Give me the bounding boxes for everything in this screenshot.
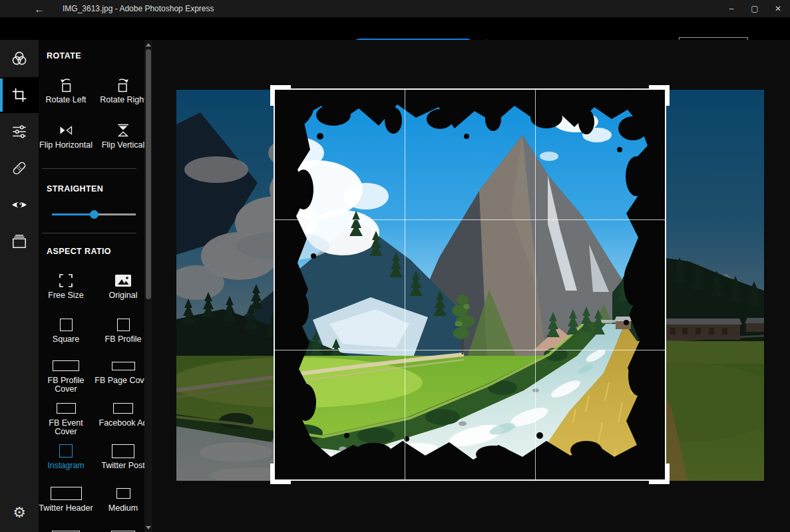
crop-rectangle[interactable]: [274, 88, 666, 481]
toolbar: Get PS Express on Mobile for FREE Save/S…: [0, 17, 790, 40]
divider: [42, 233, 136, 233]
twitter-post-icon: [112, 444, 134, 458]
aspect-fb-event-cover[interactable]: FB Event Cover: [39, 399, 95, 436]
rotate-right-button[interactable]: Rotate Right: [94, 76, 152, 104]
aspect-square[interactable]: Square: [39, 315, 95, 344]
aspect-instagram[interactable]: Instagram: [39, 442, 95, 470]
crop-handle-top-right[interactable]: [649, 85, 670, 106]
instagram-icon: [59, 444, 73, 458]
healing-icon: [11, 160, 28, 177]
flip-horizontal-icon: [57, 121, 75, 140]
aspect-facebook-ad[interactable]: Facebook Ad: [94, 399, 152, 428]
aspect-twitter-header[interactable]: Twitter Header: [39, 484, 95, 513]
grid-line: [535, 90, 536, 479]
adjustments-icon: [11, 123, 28, 140]
flip-vertical-button[interactable]: Flip Vertical: [94, 121, 152, 150]
editor-canvas: [153, 40, 790, 532]
gear-icon: ⚙: [13, 505, 26, 520]
back-button[interactable]: ←: [31, 0, 48, 17]
aspect-fb-profile[interactable]: FB Profile: [94, 315, 152, 344]
title-bar: ← IMG_3613.jpg - Adobe Photoshop Express…: [0, 0, 790, 17]
grid-line: [275, 350, 665, 350]
fb-profile-icon: [117, 319, 130, 331]
aspect-original[interactable]: Original: [94, 271, 152, 300]
close-button[interactable]: ✕: [766, 0, 790, 17]
fb-page-cover-icon: [112, 362, 135, 370]
tool-adjustments[interactable]: [0, 114, 39, 150]
medium-icon: [116, 488, 130, 499]
divider: [42, 168, 136, 169]
crop-handle-bottom-right[interactable]: [649, 464, 670, 484]
looks-icon: [11, 50, 28, 67]
aspect-partial-tile[interactable]: [39, 527, 95, 532]
maximize-button[interactable]: ▢: [743, 0, 767, 17]
tool-borders[interactable]: [0, 223, 39, 259]
tool-crop[interactable]: [0, 77, 39, 113]
crop-handle-bottom-left[interactable]: [270, 464, 291, 484]
aspect-free-size[interactable]: Free Size: [39, 271, 95, 300]
fb-profile-cover-icon: [53, 360, 79, 371]
minimize-button[interactable]: –: [719, 0, 743, 17]
straighten-slider-thumb[interactable]: [90, 210, 99, 219]
aspect-fb-profile-cover[interactable]: FB Profile Cover: [39, 356, 95, 394]
fb-event-cover-icon: [57, 403, 76, 414]
original-icon: [114, 271, 132, 290]
rotate-right-icon: [114, 76, 132, 94]
crop-icon: [11, 86, 28, 104]
free-size-icon: [59, 271, 73, 290]
tool-rail: ⚙: [0, 40, 39, 532]
aspect-partial-tile[interactable]: [94, 527, 152, 532]
tool-red-eye[interactable]: [0, 187, 39, 223]
crop-panel: ROTATE Rotate Left Rotate Right Flip Hor…: [39, 40, 153, 532]
rotate-left-icon: [57, 76, 75, 94]
straighten-slider-fill: [52, 213, 94, 215]
rotate-left-button[interactable]: Rotate Left: [39, 76, 95, 104]
flip-vertical-icon: [114, 121, 132, 140]
aspect-medium[interactable]: Medium: [94, 484, 152, 513]
straighten-section-title: STRAIGHTEN: [47, 184, 103, 194]
straighten-slider[interactable]: [52, 210, 136, 219]
aspect-ratio-section-title: ASPECT RATIO: [47, 247, 111, 256]
window-title: IMG_3613.jpg - Adobe Photoshop Express: [63, 0, 214, 17]
flip-horizontal-button[interactable]: Flip Horizontal: [39, 121, 95, 150]
rotate-section-title: ROTATE: [47, 51, 81, 61]
facebook-ad-icon: [113, 403, 133, 414]
square-icon: [60, 319, 73, 331]
borders-icon: [11, 233, 28, 250]
panel-scrollbar[interactable]: [144, 40, 152, 532]
tool-healing[interactable]: [0, 150, 39, 186]
aspect-fb-page-cover[interactable]: FB Page Cover: [94, 356, 152, 385]
grid-line: [275, 219, 665, 220]
grid-line: [405, 90, 405, 479]
crop-dim-overlay-right: [666, 90, 764, 481]
twitter-header-icon: [51, 487, 82, 500]
red-eye-icon: [11, 196, 28, 213]
crop-dim-overlay-left: [176, 90, 274, 481]
aspect-twitter-post[interactable]: Twitter Post: [94, 442, 152, 470]
crop-handle-top-left[interactable]: [270, 85, 291, 106]
tool-looks[interactable]: [0, 41, 39, 76]
scrollbar-down-arrow[interactable]: [144, 523, 152, 532]
scrollbar-up-arrow[interactable]: [144, 40, 152, 49]
scrollbar-thumb[interactable]: [146, 49, 151, 299]
tool-settings[interactable]: ⚙: [0, 495, 39, 531]
